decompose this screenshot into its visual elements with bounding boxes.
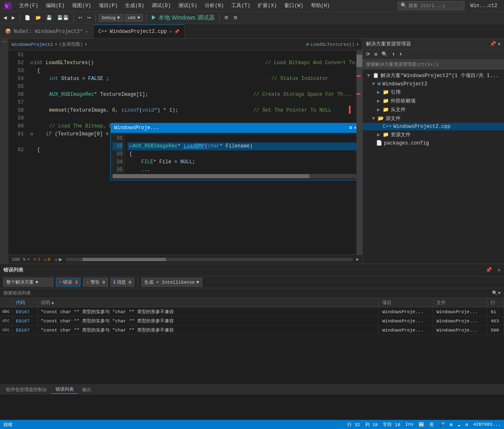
tree-references[interactable]: ▶ 📁 引用	[363, 88, 504, 97]
debug-config-dropdown[interactable]: Debug ▼	[99, 14, 123, 22]
file-selector[interactable]: WindowsProject2	[12, 42, 53, 47]
undo-btn[interactable]: ↩	[77, 14, 84, 21]
tab-nuget-close[interactable]: ✕	[85, 29, 88, 34]
error-row-2[interactable]: abc E0167 "const char *" 类型的实参与 "char *"…	[0, 317, 504, 326]
menu-tools[interactable]: 工具(T)	[228, 1, 254, 10]
se-pin-icon[interactable]: 📌	[490, 41, 496, 47]
error-search-icon[interactable]: 🔍	[492, 290, 498, 296]
popup-hscrollbar[interactable]	[113, 174, 356, 178]
global-search-box[interactable]: 🔍 搜索 (Ctrl...)	[398, 1, 464, 10]
code-content[interactable]: ⊟ int LoadGLTextures() // Load Bitmaps A…	[27, 50, 356, 254]
col-code-label: 代码	[16, 299, 25, 306]
editor-hscrollbar[interactable]	[66, 258, 353, 261]
run-button[interactable]: ▶ 本地 Windows 调试器	[149, 13, 216, 22]
error-x-icon: ✕	[33, 256, 36, 262]
pkg-file-label: packages.config	[384, 140, 429, 146]
popup-collapse-btn[interactable]: ⊟	[129, 142, 132, 150]
tab-pin-icon[interactable]: 📌	[174, 29, 179, 34]
open-btn[interactable]: 📂	[34, 14, 43, 21]
status-number: 42B7083...	[473, 422, 501, 427]
col-header-proj[interactable]: 项目	[379, 298, 433, 307]
hscroll-end[interactable]: ▶	[356, 257, 359, 262]
warning-filter-btn[interactable]: ⚠ 警告 0	[83, 278, 108, 287]
back-btn[interactable]: ◀	[2, 14, 8, 21]
scope-dropdown[interactable]: 整个解决方案 ▼	[3, 278, 53, 287]
tree-source-files[interactable]: ▼ 📂 源文件	[363, 114, 504, 123]
tree-solution[interactable]: ▼ 📋 解决方案"WindowsProject2"(1 个项目/共 1...	[363, 71, 504, 80]
menu-view[interactable]: 视图(V)	[69, 1, 95, 10]
collapse-btn-52[interactable]: ⊟	[30, 59, 33, 67]
menu-project[interactable]: 项目(P)	[95, 1, 121, 10]
error-line-2: 463	[487, 317, 504, 325]
src-label: 源文件	[386, 115, 401, 122]
editor-vscrollbar[interactable]	[356, 50, 362, 254]
menu-extensions[interactable]: 扩展(X)	[254, 1, 280, 10]
editor-vscrollbar-thumb	[356, 55, 362, 67]
se-close-icon[interactable]: ✕	[498, 41, 501, 47]
tree-packages-config[interactable]: 📄 packages.config	[363, 139, 504, 147]
se-search[interactable]: 搜索解决方案资源管理器(Ctrl+;)	[363, 60, 504, 70]
redo-btn[interactable]: ↪	[85, 14, 93, 21]
popup-settings-icon[interactable]: ⚙	[349, 124, 352, 132]
se-toolbar-btn2[interactable]: ⚙	[373, 50, 379, 58]
menu-test[interactable]: 测试(S)	[175, 1, 201, 10]
error-type-icon-1: abc	[3, 309, 10, 314]
se-toolbar-btn3[interactable]: 🔍	[380, 50, 389, 58]
message-filter-btn[interactable]: ℹ 消息 0	[110, 278, 134, 287]
scope-selector[interactable]: (全局范围)	[59, 41, 83, 47]
code-line-57	[30, 99, 356, 107]
error-list-pin[interactable]: 📌	[486, 267, 492, 273]
menu-analyze[interactable]: 分析(N)	[201, 1, 227, 10]
zoom-dropdown[interactable]: ▾	[27, 257, 30, 262]
tab-nuget[interactable]: 📦 NuGet: WindowsProject2* ✕	[0, 25, 93, 38]
tree-header-files[interactable]: ▶ 📁 头文件	[363, 105, 504, 114]
menu-build[interactable]: 生成(B)	[122, 1, 148, 10]
forward-btn[interactable]: ▶	[10, 14, 17, 21]
scope-dropdown-arrow: ▼	[35, 280, 38, 285]
tree-external-deps[interactable]: ▶ 📁 外部依赖项	[363, 97, 504, 105]
col-header-desc[interactable]: 说明 ▲	[38, 298, 379, 307]
new-file-btn[interactable]: 📄	[23, 14, 32, 21]
col-header-code[interactable]: 代码	[13, 298, 38, 307]
tab-error-list[interactable]: 错误列表	[51, 385, 78, 394]
se-toolbar-btn5[interactable]: ⬇	[397, 50, 404, 58]
menu-help[interactable]: 帮助(H)	[308, 1, 333, 10]
nav-prev[interactable]: ◀	[54, 256, 57, 263]
tab-cpp-close[interactable]: ✕	[169, 29, 172, 34]
platform-dropdown[interactable]: x86 ▼	[125, 14, 143, 22]
col-header-file[interactable]: 文件	[433, 298, 487, 307]
menu-edit[interactable]: 编辑(E)	[43, 1, 68, 10]
menu-file[interactable]: 文件(F)	[16, 1, 42, 10]
save-all-btn[interactable]: 💾💾	[55, 14, 70, 21]
tree-resource-files[interactable]: ▶ 📁 资源文件	[363, 130, 504, 139]
error-filter-btn[interactable]: ✕ 错误 3	[56, 278, 80, 287]
toolbar-btn-misc1[interactable]: ⚙	[223, 14, 230, 21]
error-row-1[interactable]: abc E0167 "const char *" 类型的实参与 "char *"…	[0, 307, 504, 317]
tab-cpp[interactable]: C++ WindowsProject2.cpp ✕ 📌	[93, 25, 185, 38]
tree-cpp-file[interactable]: C++ WindowsProject2.cpp	[363, 123, 504, 130]
build-select-arrow: ▼	[196, 280, 199, 285]
error-row-3[interactable]: abc E0167 "const char *" 类型的实参与 "char *"…	[0, 326, 504, 335]
col-header-line[interactable]: 行	[487, 298, 504, 307]
status-left: 就绪	[3, 422, 13, 428]
se-toolbar-btn4[interactable]: ⬆	[390, 50, 396, 58]
nav-next[interactable]: ▶	[59, 256, 62, 263]
popup-close-icon[interactable]: ✕	[354, 124, 356, 132]
menu-window[interactable]: 窗口(W)	[281, 1, 307, 10]
error-list-close[interactable]: ✕	[498, 267, 501, 273]
error-table: 代码 说明 ▲ 项目 文件 行 abc E0167	[0, 298, 504, 384]
tab-package-manager[interactable]: 程序包管理器控制台	[2, 386, 51, 394]
function-selector[interactable]: LoadGLTextures()	[311, 42, 355, 47]
collapse-btn-61[interactable]: ⊟	[30, 130, 33, 138]
error-search-dropdown[interactable]: ▼	[498, 291, 501, 296]
tree-project[interactable]: ▼ ⊞ WindowsProject2	[363, 80, 504, 88]
save-btn[interactable]: 💾	[45, 14, 54, 21]
filter-sep	[138, 279, 138, 286]
build-select[interactable]: 生成 + IntelliSense ▼	[141, 278, 202, 287]
se-toolbar-btn1[interactable]: ⟳	[364, 50, 372, 58]
menu-debug[interactable]: 调试(D)	[148, 1, 174, 10]
toolbar-btn-misc2[interactable]: ⚙	[232, 14, 239, 21]
error-filter-label: 错误 3	[63, 279, 78, 285]
tab-output[interactable]: 输出	[78, 386, 95, 394]
error-code-1: E0167	[13, 307, 38, 316]
